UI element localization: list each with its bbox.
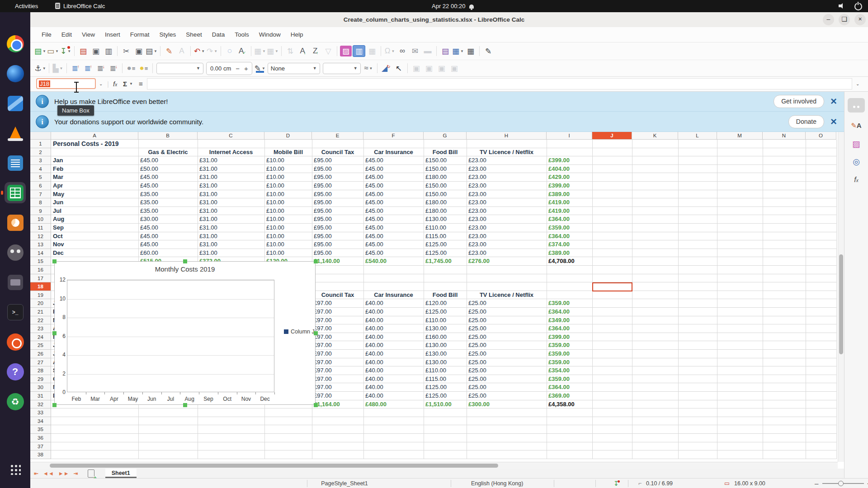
cell[interactable]: £180.00: [425, 198, 447, 207]
expand-formula-bar-icon[interactable]: ⌄: [856, 77, 859, 91]
chrome-icon[interactable]: [5, 33, 26, 54]
row-header-26[interactable]: 26: [30, 350, 51, 358]
cell[interactable]: TV Licence / Netflix: [467, 148, 546, 157]
save-status-icon[interactable]: ↧: [613, 479, 619, 488]
cell[interactable]: £369.00: [548, 392, 570, 400]
cell[interactable]: £35.00: [140, 207, 158, 216]
clock[interactable]: Apr 22 00:20: [432, 0, 474, 12]
cell[interactable]: Gas & Electric: [139, 148, 197, 157]
cell[interactable]: £25.00: [468, 341, 486, 350]
previous-sheet-icon[interactable]: ◄◄: [43, 470, 54, 477]
cell[interactable]: £40.00: [365, 299, 383, 308]
cell[interactable]: £45.00: [365, 240, 383, 249]
cell[interactable]: £25.00: [468, 358, 486, 367]
cell[interactable]: £40.00: [365, 316, 383, 325]
cell[interactable]: £1,164.00: [314, 400, 340, 409]
anchor-icon[interactable]: ⚓▼: [34, 62, 46, 74]
infobar-close-icon[interactable]: ×: [830, 116, 837, 127]
clone-formatting-icon[interactable]: ✎: [163, 45, 175, 57]
cell[interactable]: £31.00: [199, 173, 217, 182]
cell[interactable]: £45.00: [140, 173, 158, 182]
autofilter-icon[interactable]: ▽: [322, 45, 334, 57]
show-draw-functions-icon[interactable]: ✎: [482, 45, 494, 57]
cell[interactable]: £97.00: [314, 308, 332, 316]
cell[interactable]: £354.00: [548, 366, 570, 375]
cell[interactable]: £95.00: [314, 173, 332, 182]
cell[interactable]: £45.00: [365, 232, 383, 241]
border-color-icon[interactable]: ✎▼: [254, 62, 266, 74]
infobar-close-icon[interactable]: ×: [830, 96, 837, 107]
export-as-pdf-icon[interactable]: ▤: [77, 45, 89, 57]
cell[interactable]: £95.00: [314, 165, 332, 174]
cell[interactable]: £160.00: [425, 333, 447, 342]
rotate-icon[interactable]: ◢↻: [380, 62, 392, 74]
chart-object[interactable]: Monthly Costs 2019121086420FebMarAprMayJ…: [54, 261, 316, 405]
cell[interactable]: £364.00: [548, 308, 570, 316]
cell[interactable]: £10.00: [266, 232, 284, 241]
column-header-H[interactable]: H: [467, 132, 547, 140]
row-header-13[interactable]: 13: [30, 240, 51, 249]
menu-styles[interactable]: Styles: [155, 27, 181, 42]
row-header-8[interactable]: 8: [30, 198, 51, 207]
cell[interactable]: £45.00: [140, 240, 158, 249]
row-header-14[interactable]: 14: [30, 249, 51, 258]
row-header-32[interactable]: 32: [30, 400, 51, 409]
cell[interactable]: £110.00: [425, 224, 446, 232]
cell[interactable]: £95.00: [314, 224, 332, 232]
cell[interactable]: Sep: [53, 224, 64, 232]
cell[interactable]: £399.00: [548, 333, 570, 342]
cell[interactable]: £35.00: [140, 198, 158, 207]
cell[interactable]: £95.00: [314, 156, 332, 165]
row-header-6[interactable]: 6: [30, 182, 51, 190]
cell[interactable]: £399.00: [548, 156, 570, 165]
cell[interactable]: £45.00: [140, 156, 158, 165]
cell[interactable]: £4,358.00: [548, 400, 575, 409]
headers-and-footers-icon[interactable]: ▬: [422, 45, 434, 57]
function-wizard-icon[interactable]: fx: [113, 77, 117, 91]
cell[interactable]: £60.00: [140, 249, 158, 258]
vertical-scrollbar-thumb[interactable]: [839, 254, 843, 354]
cell[interactable]: £276.00: [468, 257, 490, 266]
menu-insert[interactable]: Insert: [100, 27, 125, 42]
cell[interactable]: £25.00: [468, 350, 486, 358]
cell[interactable]: £40.00: [365, 324, 383, 333]
page-style[interactable]: PageStyle_Sheet1: [313, 479, 376, 488]
cell[interactable]: £97.00: [314, 375, 332, 384]
sum-dropdown-icon[interactable]: ▼: [129, 77, 133, 91]
cell[interactable]: £45.00: [140, 224, 158, 232]
cell[interactable]: £364.00: [548, 324, 570, 333]
border-style-combo[interactable]: None▼: [268, 63, 320, 74]
cell[interactable]: £10.00: [266, 165, 284, 174]
cell[interactable]: £31.00: [199, 232, 217, 241]
row-header-10[interactable]: 10: [30, 215, 51, 224]
cell[interactable]: £359.00: [548, 299, 570, 308]
cell[interactable]: £97.00: [314, 350, 332, 358]
cell[interactable]: £300.00: [468, 400, 490, 409]
cell[interactable]: £31.00: [199, 207, 217, 216]
cell[interactable]: £130.00: [425, 358, 447, 367]
column-header-M[interactable]: M: [717, 132, 763, 140]
cell[interactable]: £359.00: [548, 341, 570, 350]
cell[interactable]: £25.00: [468, 392, 486, 400]
cell[interactable]: £540.00: [365, 257, 387, 266]
row-header-37[interactable]: 37: [30, 442, 51, 451]
print-preview-icon[interactable]: ▥: [103, 45, 114, 57]
cell[interactable]: £40.00: [365, 366, 383, 375]
cell[interactable]: £364.00: [548, 215, 570, 224]
cell[interactable]: £120.00: [425, 299, 447, 308]
menu-tools[interactable]: Tools: [230, 27, 254, 42]
horizontal-scrollbar[interactable]: [30, 462, 838, 469]
cell[interactable]: £480.00: [365, 400, 387, 409]
cell[interactable]: £359.00: [548, 224, 570, 232]
cell[interactable]: £23.00: [468, 207, 486, 216]
row-header-36[interactable]: 36: [30, 434, 51, 442]
cell[interactable]: Food Bill: [424, 291, 466, 300]
row-header-9[interactable]: 9: [30, 207, 51, 216]
wrap-off-icon[interactable]: ●≡: [125, 62, 137, 74]
cell[interactable]: £31.00: [199, 249, 217, 258]
get-involved-button[interactable]: Get involved: [774, 95, 824, 108]
cell[interactable]: Council Tax: [312, 291, 363, 300]
row-header-2[interactable]: 2: [30, 148, 51, 157]
cell[interactable]: £31.00: [199, 165, 217, 174]
cell[interactable]: £95.00: [314, 215, 332, 224]
